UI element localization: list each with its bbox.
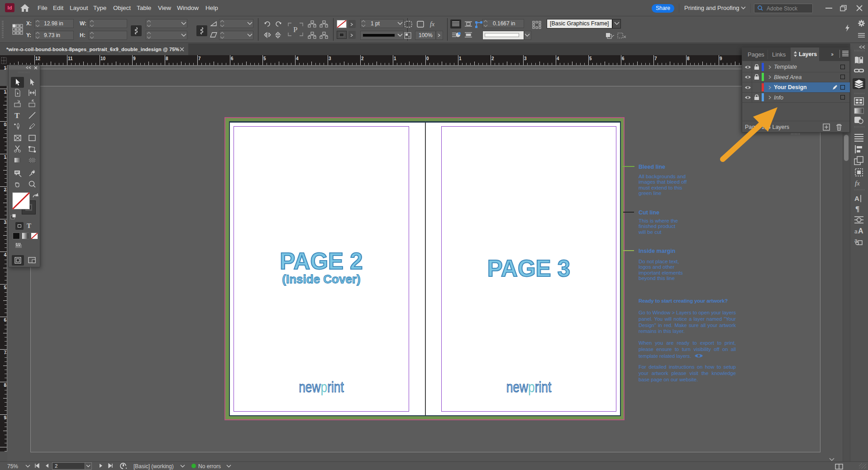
svg-text:a: a <box>854 228 858 235</box>
svg-text:A: A <box>858 227 863 235</box>
svg-text:P: P <box>293 25 297 34</box>
svg-text:T: T <box>14 111 20 119</box>
svg-text:fx: fx <box>855 180 860 187</box>
svg-text:A: A <box>854 195 859 202</box>
svg-text:¶: ¶ <box>855 204 859 213</box>
